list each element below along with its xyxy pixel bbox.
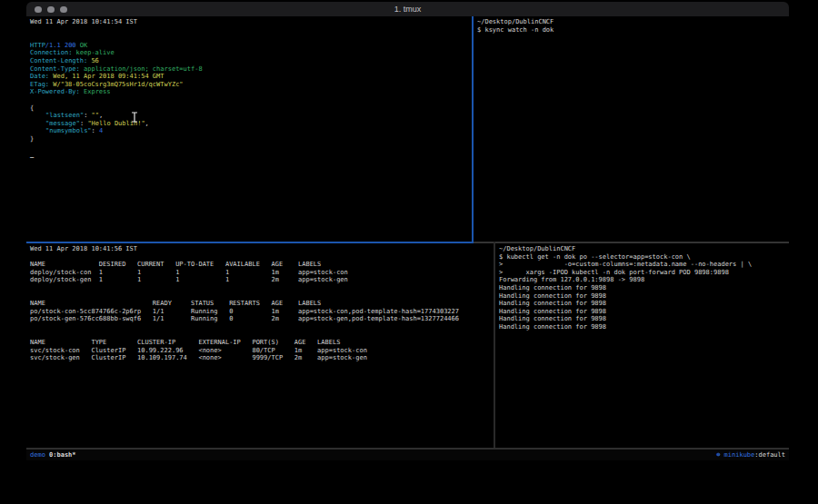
header-value: Wed, 11 Apr 2018 09:41:54 GMT	[53, 73, 164, 80]
header-name: Date:	[30, 73, 49, 80]
mouse-ibeam-pointer-icon	[131, 109, 138, 126]
http-header-line: Connection:keep-alive	[30, 49, 472, 57]
terminal-line	[30, 26, 472, 35]
json-key: "lastseen"	[45, 112, 84, 119]
pane-top-right-ksync[interactable]: ~/Desktop/DublinCNCF $ ksync watch -n do…	[474, 16, 789, 242]
json-open-brace: {	[30, 104, 472, 113]
pane-top-left-http-response[interactable]: Wed 11 Apr 2018 10:41:54 IST HTTP/1.1 20…	[26, 16, 472, 242]
window-tab[interactable]: 0:bash*	[49, 451, 76, 459]
json-sep: :	[92, 127, 99, 134]
desktop-background: 1. tmux Wed 11 Apr 2018 10:41:54 IST HTT…	[0, 0, 818, 504]
pane-bottom-right-port-forward[interactable]: ~/Desktop/DublinCNCF $ kubectl get -n do…	[495, 243, 789, 448]
status-right: ☸minikube:default	[716, 450, 785, 460]
kube-namespace: :default	[754, 451, 785, 459]
tmux-status-bar: demo0:bash* ☸minikube:default	[26, 450, 789, 460]
json-comma: ,	[145, 120, 149, 127]
json-field-line: "message": "Hello Dublin!",	[30, 120, 472, 128]
http-proto: HTTP	[30, 42, 45, 49]
json-comma: ,	[99, 112, 103, 119]
window-title: 1. tmux	[26, 5, 789, 14]
session-name: demo	[30, 451, 45, 459]
header-value: application/json; charset=utf-8	[84, 65, 203, 73]
terminal-line	[30, 34, 472, 42]
header-value: keep-alive	[76, 49, 115, 56]
pane-bottom-left-kubectl-get[interactable]: Wed 11 Apr 2018 10:41:56 IST NAME DESIRE…	[26, 243, 494, 448]
json-key: "numsymbols"	[45, 127, 92, 134]
header-name: ETag:	[30, 81, 49, 88]
http-status-line: HTTP/1.1 200OK	[30, 42, 472, 50]
header-name: Content-Length:	[30, 57, 87, 64]
http-header-line: Content-Type:application/json; charset=u…	[30, 65, 472, 74]
kube-context: minikube	[724, 451, 755, 459]
kubernetes-icon: ☸	[716, 451, 720, 459]
header-value: Express	[84, 88, 111, 95]
http-header-line: Date:Wed, 11 Apr 2018 09:41:54 GMT	[30, 73, 472, 81]
json-value: 4	[99, 127, 103, 134]
json-close-brace: }	[30, 135, 472, 143]
header-name: Connection:	[30, 49, 72, 56]
json-field-line: "lastseen": "",	[30, 112, 472, 120]
header-value: W/"38-05coCsrg3mQ75sHr1d/qcWTwYZc"	[53, 81, 183, 88]
brace: }	[30, 135, 34, 143]
header-value: 56	[91, 57, 98, 64]
json-key: "message"	[45, 120, 80, 127]
json-value: ""	[92, 112, 99, 119]
http-header-line: ETag:W/"38-05coCsrg3mQ75sHr1d/qcWTwYZc"	[30, 81, 472, 89]
status-left: demo0:bash*	[30, 450, 76, 460]
terminal-cursor-line: _	[30, 151, 472, 159]
header-name: Content-Type:	[30, 65, 80, 73]
ksync-output: ~/Desktop/DublinCNCF $ ksync watch -n do…	[477, 18, 789, 34]
json-field-line: "numsymbols": 4	[30, 127, 472, 135]
port-forward-output: ~/Desktop/DublinCNCF $ kubectl get -n do…	[499, 245, 789, 331]
tmux-terminal: Wed 11 Apr 2018 10:41:54 IST HTTP/1.1 20…	[26, 16, 789, 460]
http-reason: OK	[80, 42, 87, 49]
kubectl-get-output: Wed 11 Apr 2018 10:41:56 IST NAME DESIRE…	[30, 245, 494, 362]
timestamp-line: Wed 11 Apr 2018 10:41:54 IST	[30, 18, 472, 26]
http-version-code: /1.1 200	[45, 42, 76, 49]
http-header-line: Content-Length:56	[30, 57, 472, 65]
pane-divider-vertical-top[interactable]	[472, 16, 474, 243]
json-sep: :	[84, 112, 91, 119]
terminal-cursor: _	[30, 151, 34, 158]
header-name: X-Powered-By:	[30, 88, 80, 95]
terminal-window: 1. tmux Wed 11 Apr 2018 10:41:54 IST HTT…	[26, 2, 789, 460]
brace: {	[30, 104, 34, 112]
terminal-line	[30, 96, 472, 104]
http-header-line: X-Powered-By:Express	[30, 88, 472, 96]
window-titlebar[interactable]: 1. tmux	[26, 2, 789, 16]
terminal-line	[30, 143, 472, 152]
